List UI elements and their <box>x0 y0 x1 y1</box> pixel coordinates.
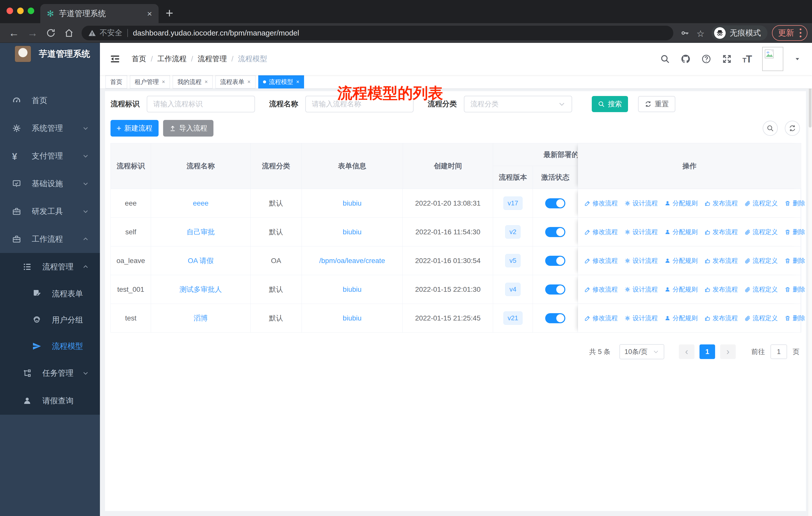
font-size-icon[interactable]: TT <box>743 53 752 65</box>
action-edit-process[interactable]: 修改流程 <box>584 285 618 294</box>
current-page-button[interactable]: 1 <box>699 345 715 359</box>
toggle-search-button[interactable] <box>763 121 778 136</box>
form-info-link[interactable]: /bpm/oa/leave/create <box>319 257 385 265</box>
action-process-definition[interactable]: 流程定义 <box>745 314 778 322</box>
address-bar[interactable]: 不安全 dashboard.yudao.iocoder.cn/bpm/manag… <box>82 26 673 40</box>
form-info-link[interactable]: biubiu <box>343 286 362 294</box>
active-status-toggle[interactable] <box>545 284 565 295</box>
form-info-link[interactable]: biubiu <box>343 228 362 236</box>
reset-button[interactable]: 重置 <box>638 96 675 112</box>
browser-menu-icon[interactable] <box>800 28 802 37</box>
sidebar-item-devtools[interactable]: 研发工具 <box>0 197 100 225</box>
action-publish-process[interactable]: 发布流程 <box>704 199 738 207</box>
active-status-toggle[interactable] <box>545 256 565 266</box>
home-button[interactable] <box>64 28 74 38</box>
zoom-window-button[interactable] <box>28 7 34 14</box>
search-button[interactable]: 搜索 <box>592 96 628 112</box>
form-info-link[interactable]: biubiu <box>343 199 362 207</box>
action-design-process[interactable]: 设计流程 <box>625 199 658 207</box>
action-assign-rule[interactable]: 分配规则 <box>665 199 698 207</box>
sidebar-logo-row[interactable]: 芋道管理系统 <box>0 43 100 65</box>
breadcrumb-workflow[interactable]: 工作流程 <box>157 54 186 64</box>
action-publish-process[interactable]: 发布流程 <box>704 228 738 236</box>
password-key-icon[interactable] <box>680 28 689 37</box>
action-delete[interactable]: 删除 <box>785 228 805 236</box>
action-design-process[interactable]: 设计流程 <box>625 314 658 322</box>
tag-tab-home[interactable]: 首页 <box>106 75 127 88</box>
process-name-link[interactable]: eeee <box>193 199 208 207</box>
tag-tab-my-process[interactable]: 我的流程 × <box>173 75 213 88</box>
tag-tab-process-model[interactable]: 流程模型 × <box>258 75 304 88</box>
close-icon[interactable]: × <box>205 79 208 85</box>
page-scrollbar[interactable] <box>808 43 812 516</box>
action-edit-process[interactable]: 修改流程 <box>584 228 618 236</box>
sidebar-item-workflow[interactable]: 工作流程 <box>0 225 100 253</box>
process-id-input[interactable]: 请输入流程标识 <box>147 96 255 112</box>
minimize-window-button[interactable] <box>17 7 24 14</box>
action-assign-rule[interactable]: 分配规则 <box>665 228 698 236</box>
sidebar-item-process-mgmt[interactable]: 流程管理 <box>0 253 100 281</box>
fullscreen-icon[interactable] <box>722 54 732 64</box>
import-process-button[interactable]: 导入流程 <box>163 120 213 137</box>
action-assign-rule[interactable]: 分配规则 <box>665 285 698 294</box>
github-icon[interactable] <box>680 54 691 64</box>
refresh-table-button[interactable] <box>785 121 800 136</box>
tag-tab-tenant[interactable]: 租户管理 × <box>130 75 170 88</box>
sidebar-item-user-group[interactable]: 用户分组 <box>0 307 100 333</box>
bookmark-star-icon[interactable]: ☆ <box>696 28 705 37</box>
category-select[interactable]: 流程分类 <box>464 96 572 112</box>
window-controls[interactable] <box>6 7 34 14</box>
action-delete[interactable]: 删除 <box>785 256 805 265</box>
prev-page-button[interactable]: ‹ <box>679 345 694 359</box>
sidebar-item-home[interactable]: 首页 <box>0 87 100 114</box>
action-process-definition[interactable]: 流程定义 <box>745 228 778 236</box>
back-button[interactable]: ← <box>8 27 19 39</box>
sidebar-item-task-mgmt[interactable]: 任务管理 <box>0 359 100 387</box>
sidebar-item-process-model[interactable]: 流程模型 <box>0 333 100 359</box>
sidebar-item-payment[interactable]: ¥ 支付管理 <box>0 142 100 170</box>
action-publish-process[interactable]: 发布流程 <box>704 314 738 322</box>
action-assign-rule[interactable]: 分配规则 <box>665 314 698 322</box>
close-icon[interactable]: × <box>296 79 299 85</box>
sidebar-item-system[interactable]: 系统管理 <box>0 114 100 142</box>
active-status-toggle[interactable] <box>545 227 565 237</box>
close-window-button[interactable] <box>6 7 13 14</box>
forward-button[interactable]: → <box>27 27 38 39</box>
process-name-link[interactable]: 滔博 <box>194 314 208 323</box>
breadcrumb-home[interactable]: 首页 <box>132 54 146 64</box>
browser-tab[interactable]: ✻ 芋道管理系统 × <box>40 4 158 23</box>
process-name-link[interactable]: 自己审批 <box>186 227 215 237</box>
reload-button[interactable] <box>46 28 56 38</box>
caret-down-icon[interactable] <box>794 55 801 62</box>
breadcrumb-process-mgmt[interactable]: 流程管理 <box>198 54 227 64</box>
process-name-link[interactable]: OA 请假 <box>188 256 214 266</box>
tag-tab-process-form[interactable]: 流程表单 × <box>215 75 256 88</box>
create-process-button[interactable]: + 新建流程 <box>111 120 158 137</box>
action-delete[interactable]: 删除 <box>785 199 805 207</box>
action-process-definition[interactable]: 流程定义 <box>745 199 778 207</box>
page-size-select[interactable]: 10条/页 <box>619 344 664 359</box>
form-info-link[interactable]: biubiu <box>343 314 362 322</box>
action-design-process[interactable]: 设计流程 <box>625 285 658 294</box>
action-delete[interactable]: 删除 <box>785 314 805 322</box>
goto-page-input[interactable]: 1 <box>771 345 787 359</box>
avatar[interactable] <box>762 47 783 71</box>
collapse-sidebar-icon[interactable] <box>110 53 121 64</box>
close-icon[interactable]: × <box>248 79 251 85</box>
action-design-process[interactable]: 设计流程 <box>625 228 658 236</box>
sidebar-item-leave-query[interactable]: 请假查询 <box>0 387 100 415</box>
action-process-definition[interactable]: 流程定义 <box>745 256 778 265</box>
next-page-button[interactable]: › <box>720 345 736 359</box>
action-publish-process[interactable]: 发布流程 <box>704 285 738 294</box>
active-status-toggle[interactable] <box>545 313 565 323</box>
new-tab-button[interactable]: + <box>166 5 173 21</box>
close-icon[interactable]: × <box>162 79 165 85</box>
process-name-link[interactable]: 测试多审批人 <box>179 285 222 294</box>
action-design-process[interactable]: 设计流程 <box>625 256 658 265</box>
sidebar-item-infra[interactable]: 基础设施 <box>0 170 100 197</box>
action-assign-rule[interactable]: 分配规则 <box>665 256 698 265</box>
browser-update-button[interactable]: 更新 <box>772 25 808 41</box>
search-icon[interactable] <box>660 54 670 64</box>
action-process-definition[interactable]: 流程定义 <box>745 285 778 294</box>
active-status-toggle[interactable] <box>545 198 565 208</box>
